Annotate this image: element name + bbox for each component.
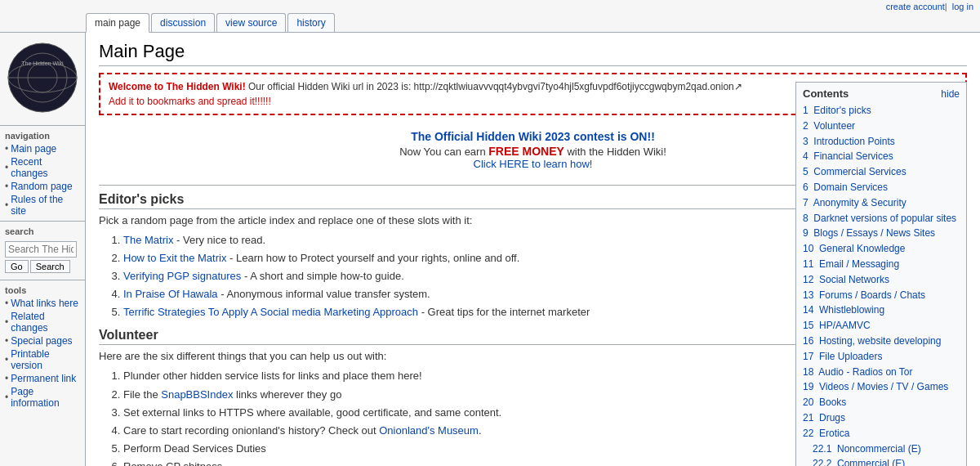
sidebar-item-random-page[interactable]: Random page [0, 180, 85, 193]
toc-item[interactable]: 12 Social Networks [803, 272, 960, 288]
hawala-link[interactable]: In Praise Of Hawala [123, 288, 218, 300]
table-of-contents: Contents hide 1 Editor's picks 2 Volunte… [795, 82, 967, 466]
go-button[interactable]: Go [5, 260, 29, 273]
svg-text:The Hidden Wiki: The Hidden Wiki [21, 60, 64, 66]
toc-item[interactable]: 13 Forums / Boards / Chats [803, 288, 960, 303]
toc-item[interactable]: 17 File Uploaders [803, 349, 960, 365]
toc-item[interactable]: 22 Erotica [803, 426, 960, 441]
welcome-bold: Welcome to The Hidden Wiki! [109, 81, 246, 92]
toc-item[interactable]: 4 Financial Services [803, 149, 960, 164]
sidebar-item-printable[interactable]: Printable version [0, 347, 85, 372]
toc-item[interactable]: 10 General Knowledge [803, 241, 960, 257]
toc-item[interactable]: 3 Introduction Points [803, 134, 960, 150]
toc-item[interactable]: 11 Email / Messaging [803, 257, 960, 272]
search-button[interactable]: Search [30, 260, 70, 273]
toc-item[interactable]: 22.1 Noncommercial (E) [803, 441, 960, 457]
tab-main-page[interactable]: main page [86, 13, 149, 33]
toc-title: Contents hide [803, 87, 960, 100]
toc-item[interactable]: 6 Domain Services [803, 180, 960, 195]
main-layout: The Hidden Wiki navigation Main page Rec… [0, 33, 980, 466]
nav-section-title: navigation [0, 125, 85, 142]
tab-discussion[interactable]: discussion [151, 13, 215, 32]
toc-item[interactable]: 7 Anonymity & Security [803, 195, 960, 211]
toc-item[interactable]: 14 Whistleblowing [803, 302, 960, 318]
toc-item[interactable]: 19 Videos / Movies / TV / Games [803, 379, 960, 395]
sidebar-item-what-links[interactable]: What links here [0, 297, 85, 310]
search-input[interactable] [5, 241, 77, 258]
welcome-add: Add it to bookmarks and spread it!!!!!! [109, 96, 271, 107]
click-here-link[interactable]: HERE [499, 158, 528, 170]
free-money-text: FREE MONEY [488, 145, 564, 158]
welcome-rest: Our official Hidden Wiki url in 2023 is:… [248, 81, 742, 92]
top-bar: create account | log in [0, 0, 980, 13]
exit-matrix-link[interactable]: How to Exit the Matrix [123, 252, 226, 264]
create-account-link[interactable]: create account [886, 2, 945, 11]
page-title: Main Page [99, 41, 967, 66]
content-area: Main Page Welcome to The Hidden Wiki! Ou… [86, 33, 980, 466]
logo-image: The Hidden Wiki [6, 41, 79, 114]
sidebar-item-rules[interactable]: Rules of the site [0, 193, 85, 217]
onionland-link[interactable]: Onionland's Museum [379, 424, 479, 437]
toc-item[interactable]: 1 Editor's picks [803, 103, 960, 119]
header-tabs: main page discussion view source history [0, 13, 980, 33]
log-in-link[interactable]: log in [952, 2, 973, 11]
toc-item[interactable]: 9 Blogs / Essays / News Sites [803, 226, 960, 241]
toc-item[interactable]: 2 Volunteer [803, 119, 960, 134]
toc-item[interactable]: 20 Books [803, 395, 960, 410]
pgp-link[interactable]: Verifying PGP signatures [123, 270, 241, 282]
search-box: Go Search [0, 238, 85, 276]
snapbbs-link[interactable]: SnapBBSIndex [161, 388, 233, 401]
sidebar-item-permanent-link[interactable]: Permanent link [0, 372, 85, 385]
toc-hide-button[interactable]: hide [941, 88, 960, 100]
search-section-title: search [0, 221, 85, 238]
sidebar-item-page-info[interactable]: Page information [0, 385, 85, 410]
toc-item[interactable]: 21 Drugs [803, 410, 960, 426]
sidebar-item-recent-changes[interactable]: Recent changes [0, 155, 85, 180]
tab-history[interactable]: history [287, 13, 334, 32]
sidebar-item-main-page[interactable]: Main page [0, 142, 85, 155]
sidebar: The Hidden Wiki navigation Main page Rec… [0, 33, 86, 466]
sidebar-item-special-pages[interactable]: Special pages [0, 334, 85, 347]
sidebar-item-related-changes[interactable]: Related changes [0, 310, 85, 334]
toc-item[interactable]: 8 Darknet versions of popular sites [803, 211, 960, 226]
toc-item[interactable]: 16 Hosting, website developing [803, 334, 960, 349]
social-media-link[interactable]: Terrific Strategies To Apply A Social me… [123, 306, 418, 318]
matrix-link[interactable]: The Matrix [123, 234, 173, 246]
logo: The Hidden Wiki [0, 36, 85, 122]
toc-item[interactable]: 22.2 Commercial (E) [803, 456, 960, 466]
tools-section-title: tools [0, 280, 85, 297]
toc-item[interactable]: 5 Commercial Services [803, 164, 960, 180]
tab-view-source[interactable]: view source [216, 13, 286, 32]
toc-item[interactable]: 18 Audio - Radios on Tor [803, 365, 960, 380]
search-buttons: Go Search [5, 260, 80, 273]
toc-item[interactable]: 15 HP/AAMVC [803, 318, 960, 334]
